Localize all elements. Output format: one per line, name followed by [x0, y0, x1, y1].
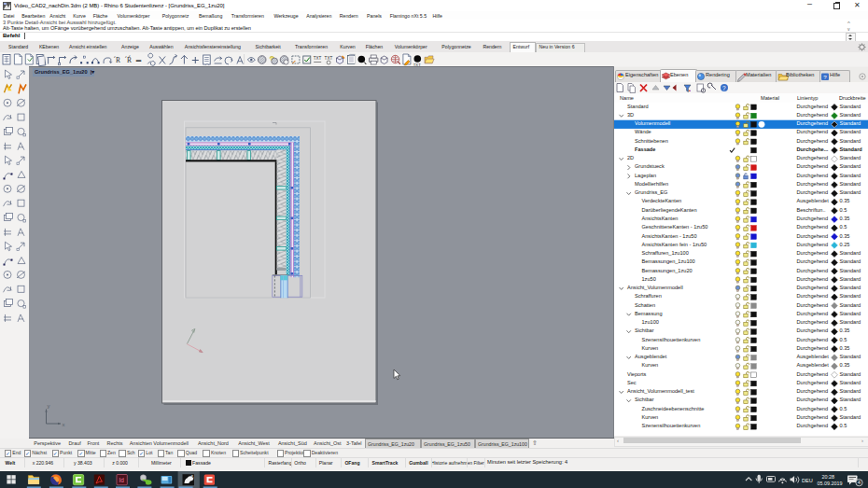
- svg-text:y: y: [48, 403, 50, 409]
- svg-text:Id: Id: [119, 477, 125, 483]
- svg-text:6: 6: [191, 474, 194, 480]
- svg-text:´Ŕ: ´Ŕ: [124, 55, 132, 64]
- svg-text:TXT: TXT: [314, 56, 322, 61]
- svg-text:▬: ▬: [136, 57, 142, 63]
- svg-text:TXT: TXT: [325, 56, 333, 61]
- svg-text:DEU: DEU: [802, 477, 813, 482]
- svg-text:05.09.2019: 05.09.2019: [818, 481, 843, 486]
- svg-text:20:28: 20:28: [822, 473, 835, 479]
- svg-text:´R: ´R: [114, 56, 121, 64]
- svg-text:•: •: [689, 88, 691, 93]
- svg-text:?: ?: [722, 85, 726, 91]
- svg-text:?: ?: [823, 74, 827, 80]
- svg-text:x: x: [63, 422, 65, 427]
